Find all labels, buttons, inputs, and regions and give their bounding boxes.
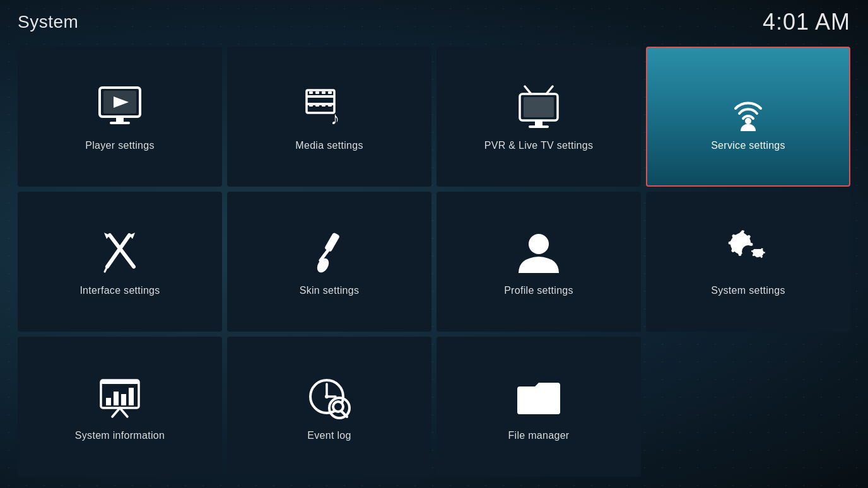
svg-line-18 [546, 86, 553, 94]
svg-text:♪: ♪ [331, 108, 339, 128]
file-manager-label: File manager [508, 430, 570, 441]
tile-player-settings[interactable]: Player settings [18, 47, 222, 187]
pvr-settings-label: PVR & Live TV settings [484, 140, 594, 151]
svg-rect-9 [315, 91, 319, 94]
svg-line-26 [105, 267, 107, 272]
tile-media-settings[interactable]: ♪ Media settings [227, 47, 431, 187]
tile-empty [646, 337, 850, 477]
interface-settings-label: Interface settings [79, 285, 160, 296]
tile-service-settings[interactable]: Service settings [646, 47, 850, 187]
page-title: System [18, 12, 78, 32]
tile-event-log[interactable]: Event log [227, 337, 431, 477]
media-icon: ♪ [301, 82, 358, 132]
tile-skin-settings[interactable]: Skin settings [227, 192, 431, 332]
svg-rect-29 [324, 232, 340, 252]
svg-point-23 [745, 118, 751, 124]
svg-line-36 [112, 408, 120, 417]
svg-line-49 [342, 412, 347, 417]
svg-rect-20 [524, 97, 554, 117]
svg-point-32 [529, 234, 549, 254]
svg-rect-14 [322, 104, 326, 107]
settings-grid: Player settings ♪ Media settings [0, 42, 868, 487]
svg-rect-38 [101, 380, 139, 384]
skin-settings-label: Skin settings [300, 285, 360, 296]
svg-line-17 [525, 86, 531, 94]
svg-rect-11 [328, 91, 332, 94]
service-icon [720, 82, 777, 132]
svg-rect-6 [307, 95, 334, 98]
svg-rect-39 [106, 398, 111, 405]
system-settings-label: System settings [711, 285, 785, 296]
player-icon [91, 82, 148, 132]
profile-icon [510, 227, 567, 277]
tile-interface-settings[interactable]: Interface settings [18, 192, 222, 332]
clock: 4:01 AM [763, 9, 850, 35]
event-log-icon [301, 372, 358, 422]
system-settings-icon [720, 227, 777, 277]
svg-rect-15 [328, 104, 332, 107]
system-info-icon [91, 372, 148, 422]
svg-line-27 [110, 235, 134, 267]
tile-file-manager[interactable]: File manager [437, 337, 641, 477]
svg-rect-13 [315, 104, 319, 107]
service-settings-label: Service settings [711, 140, 785, 151]
svg-rect-8 [309, 91, 313, 94]
file-manager-icon [510, 372, 567, 422]
svg-rect-42 [129, 388, 134, 405]
header: System 4:01 AM [0, 0, 868, 42]
svg-point-48 [333, 402, 343, 412]
tile-system-information[interactable]: System information [18, 337, 222, 477]
profile-settings-label: Profile settings [504, 285, 573, 296]
svg-line-37 [120, 408, 127, 417]
tile-pvr-settings[interactable]: PVR & Live TV settings [437, 47, 641, 187]
svg-rect-21 [535, 120, 542, 125]
svg-rect-4 [110, 122, 130, 124]
tile-profile-settings[interactable]: Profile settings [437, 192, 641, 332]
svg-rect-41 [121, 394, 126, 405]
skin-icon [301, 227, 358, 277]
player-settings-label: Player settings [85, 140, 154, 151]
svg-rect-10 [322, 91, 326, 94]
pvr-icon [510, 82, 567, 132]
system-information-label: System information [75, 430, 165, 441]
event-log-label: Event log [307, 430, 351, 441]
svg-point-34 [754, 257, 761, 264]
svg-rect-12 [309, 104, 313, 107]
svg-rect-3 [116, 117, 124, 122]
svg-rect-22 [529, 125, 549, 128]
media-settings-label: Media settings [295, 140, 363, 151]
interface-icon [91, 227, 148, 277]
tile-system-settings[interactable]: System settings [646, 192, 850, 332]
svg-line-24 [107, 235, 129, 267]
svg-rect-40 [114, 392, 119, 405]
